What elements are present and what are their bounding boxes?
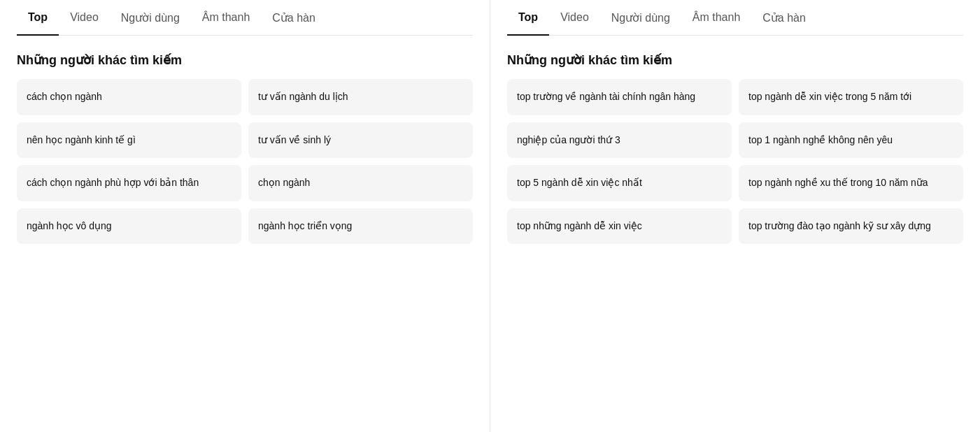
tab-1-top[interactable]: Top bbox=[507, 0, 549, 36]
grid-item[interactable]: top 5 ngành dễ xin việc nhất bbox=[507, 165, 732, 201]
grid-item[interactable]: top trường đào tạo ngành kỹ sư xây dựng bbox=[739, 208, 963, 245]
grid-item[interactable]: nghiệp của người thứ 3 bbox=[507, 122, 732, 159]
tabs-0: TopVideoNgười dùngÂm thanhCửa hàn bbox=[17, 0, 473, 36]
grid-item[interactable]: top ngành dễ xin việc trong 5 năm tới bbox=[739, 79, 963, 115]
search-grid-0: cách chọn ngànhtư vấn ngành du lịchnên h… bbox=[17, 79, 473, 244]
grid-item[interactable]: ngành học vô dụng bbox=[17, 208, 241, 245]
section-title-0: Những người khác tìm kiếm bbox=[17, 52, 473, 68]
tab-0-âm-thanh[interactable]: Âm thanh bbox=[191, 0, 261, 36]
tab-1-người-dùng[interactable]: Người dùng bbox=[600, 0, 681, 36]
grid-item[interactable]: cách chọn ngành phù hợp với bản thân bbox=[17, 165, 241, 201]
grid-item[interactable]: ngành học triển vọng bbox=[248, 208, 473, 245]
tab-1-cửa-hàn[interactable]: Cửa hàn bbox=[751, 0, 817, 36]
tab-0-cửa-hàn[interactable]: Cửa hàn bbox=[261, 0, 327, 36]
section-title-1: Những người khác tìm kiếm bbox=[507, 52, 963, 68]
tab-0-top[interactable]: Top bbox=[17, 0, 59, 36]
tab-0-video[interactable]: Video bbox=[59, 0, 110, 36]
page-wrapper: TopVideoNgười dùngÂm thanhCửa hànNhững n… bbox=[0, 0, 980, 432]
tab-1-âm-thanh[interactable]: Âm thanh bbox=[681, 0, 751, 36]
grid-item[interactable]: chọn ngành bbox=[248, 165, 473, 201]
grid-item[interactable]: cách chọn ngành bbox=[17, 79, 241, 115]
tabs-1: TopVideoNgười dùngÂm thanhCửa hàn bbox=[507, 0, 963, 36]
panel-left: TopVideoNgười dùngÂm thanhCửa hànNhững n… bbox=[0, 0, 490, 432]
grid-item[interactable]: top những ngành dễ xin việc bbox=[507, 208, 732, 245]
grid-item[interactable]: top trường về ngành tài chính ngân hàng bbox=[507, 79, 732, 115]
tab-1-video[interactable]: Video bbox=[549, 0, 600, 36]
tab-0-người-dùng[interactable]: Người dùng bbox=[110, 0, 191, 36]
grid-item[interactable]: top 1 ngành nghề không nên yêu bbox=[739, 122, 963, 159]
grid-item[interactable]: tư vấn về sinh lý bbox=[248, 122, 473, 159]
grid-item[interactable]: nên học ngành kinh tế gì bbox=[17, 122, 241, 159]
grid-item[interactable]: top ngành nghề xu thế trong 10 năm nữa bbox=[739, 165, 963, 201]
search-grid-1: top trường về ngành tài chính ngân hàngt… bbox=[507, 79, 963, 244]
grid-item[interactable]: tư vấn ngành du lịch bbox=[248, 79, 473, 115]
panel-right: TopVideoNgười dùngÂm thanhCửa hànNhững n… bbox=[490, 0, 980, 432]
